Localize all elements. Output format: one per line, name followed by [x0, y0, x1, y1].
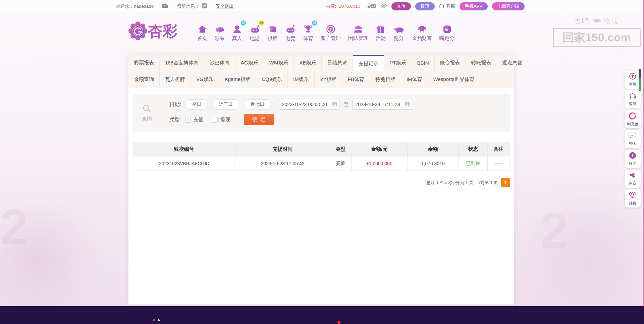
- tab-yy[interactable]: YY棋牌: [315, 71, 342, 88]
- nav-label: 账户管理: [321, 35, 341, 42]
- withdraw-checkbox-label[interactable]: 提现: [220, 117, 230, 123]
- main-nav: 首页 彩票 N 真人 H 电游: [194, 21, 458, 42]
- content-card: 彩票报表 188金宝博体育 沙巴体育 AG娱乐 WM娱乐 AE娱乐 日结总览 充…: [128, 55, 514, 305]
- records-table: 账变编号 充提时间 类型 金额/元 余额 状态 备注 20231023VBBJA…: [133, 142, 510, 171]
- confirm-button[interactable]: 确 定: [244, 114, 274, 125]
- recharge-button[interactable]: 充值: [391, 2, 411, 10]
- sidebar-label: IM充值: [627, 122, 638, 127]
- nav-item-live[interactable]: N 真人: [228, 21, 246, 42]
- today-pill[interactable]: 今日: [185, 99, 208, 109]
- customer-service[interactable]: 客服: [439, 3, 455, 9]
- sidebar-item-chat[interactable]: 聊天: [625, 130, 641, 148]
- nav-item-lottery[interactable]: 彩票: [211, 21, 228, 42]
- tab-wesports[interactable]: Wesports世界体育: [428, 71, 480, 88]
- tab-fandian[interactable]: 返点总额: [497, 55, 528, 71]
- date-to-input[interactable]: [353, 99, 413, 110]
- recharge-checkbox-label[interactable]: 充值: [193, 117, 203, 123]
- nav-item-activity[interactable]: 活动: [372, 21, 389, 42]
- tab-bbin[interactable]: BBIN: [412, 55, 435, 71]
- tab-ag[interactable]: AG娱乐: [235, 55, 264, 71]
- date-to-value[interactable]: [355, 102, 405, 107]
- butterfly-icon: [592, 17, 601, 25]
- last7days-pill[interactable]: 近七日: [244, 99, 271, 109]
- tab-im-tiyu[interactable]: IM体育: [401, 71, 428, 88]
- mobile-app-button[interactable]: 手机APP: [460, 2, 488, 10]
- withdraw-button[interactable]: 提现: [415, 2, 435, 10]
- back-to-top-icon: [629, 73, 636, 81]
- sidebar-item-top[interactable]: 首页: [625, 71, 641, 89]
- nav-label: 彩票: [215, 35, 225, 42]
- nav-item-hipaofen[interactable]: hi 嗨跑分: [436, 21, 458, 42]
- tab-pt[interactable]: PT娱乐: [384, 55, 412, 71]
- withdraw-checkbox[interactable]: [212, 117, 218, 123]
- sidebar-item-guaji[interactable]: 挂机: [625, 189, 641, 207]
- nav-label: 活动: [376, 35, 386, 42]
- tab-zhuanzhang[interactable]: 转账报表: [466, 55, 497, 71]
- tab-zhangbian[interactable]: 账变报表: [435, 55, 466, 71]
- sidebar-item-im-recharge[interactable]: IM充值: [625, 110, 641, 128]
- tab-wm[interactable]: WM娱乐: [264, 55, 294, 71]
- cell-type: 充值: [330, 156, 352, 171]
- table-row: 20231023VBBJAFCGID 2023-10-23 17:05:42 充…: [133, 156, 509, 171]
- nav-item-jinding[interactable]: 金鼎财富: [408, 21, 436, 42]
- nav-label: 团队管理: [348, 35, 368, 42]
- svg-text:hi: hi: [444, 27, 448, 32]
- logout-link[interactable]: 安全退出: [216, 3, 234, 9]
- scrollbar-track[interactable]: [639, 69, 641, 91]
- nav-item-account[interactable]: ¥ 账户管理: [317, 21, 344, 42]
- nav-item-team[interactable]: 团队管理: [344, 21, 372, 42]
- page-1-button[interactable]: 1: [501, 178, 510, 187]
- nav-item-sports[interactable]: N 体育: [300, 21, 317, 42]
- tab-tetu[interactable]: 特兔棋牌: [370, 71, 401, 88]
- refresh-link[interactable]: 刷新: [367, 3, 376, 9]
- pc-client-button[interactable]: 电脑客户端: [492, 2, 525, 10]
- nav-label: 金鼎财富: [412, 35, 432, 42]
- tab-chongti-jilu-active[interactable]: 充提记录: [353, 55, 384, 71]
- site-logo[interactable]: 杏彩: [128, 21, 190, 42]
- date-from-value[interactable]: [282, 102, 331, 107]
- reserved-label: 预留信息：: [177, 3, 200, 9]
- tab-rijie[interactable]: 日结总览: [322, 55, 353, 71]
- headset-icon: [629, 93, 636, 101]
- tab-ae[interactable]: AE娱乐: [294, 55, 322, 71]
- coin-icon: ¥: [326, 21, 336, 34]
- decor-number: 2: [0, 198, 28, 256]
- tab-yue-chaxun[interactable]: 余额查询: [128, 71, 160, 88]
- nav-label: 跑分: [394, 35, 404, 42]
- nav-item-boardgames[interactable]: 棋牌: [264, 21, 281, 42]
- hot-badge: H: [259, 20, 264, 26]
- sidebar-item-sound[interactable]: 声音: [625, 170, 641, 188]
- sidebar-label: 客服: [629, 101, 636, 106]
- nav-item-esports[interactable]: 电竞: [281, 21, 300, 42]
- tab-caipiao-baobiao[interactable]: 彩票报表: [128, 55, 160, 71]
- topbar-right: 余额: 1076.8010 刷新 充值 提现 客服 手机APP 电脑客户端: [326, 0, 525, 12]
- recharge-checkbox[interactable]: ✓: [185, 117, 191, 123]
- last3days-pill[interactable]: 近三日: [212, 99, 239, 109]
- scrollbar-thumb[interactable]: [639, 78, 641, 91]
- cell-id: 20231023VBBJAFCGID: [133, 156, 235, 171]
- edit-icon[interactable]: [202, 3, 207, 9]
- tab-shaba-sports[interactable]: 沙巴体育: [204, 55, 235, 71]
- tab-188-sports[interactable]: 188金宝博体育: [160, 55, 204, 71]
- nav-item-paofen[interactable]: 跑分: [389, 21, 408, 42]
- rhino-icon: [393, 21, 405, 34]
- service-label: 客服: [446, 3, 455, 9]
- reserved-info: 预留信息：: [177, 3, 207, 9]
- logo-emblem-icon: [128, 21, 147, 42]
- im-recharge-icon: [629, 112, 636, 121]
- hi-icon: hi: [442, 21, 452, 34]
- sidebar-label: 疑问: [629, 161, 636, 166]
- tab-fb[interactable]: FB体育: [342, 71, 370, 88]
- date-from-input[interactable]: [279, 99, 339, 110]
- sidebar-item-service[interactable]: 客服: [625, 90, 641, 108]
- eye-off-icon[interactable]: [381, 3, 387, 9]
- tab-im-yule[interactable]: IM娱乐: [288, 71, 315, 88]
- tab-wali[interactable]: 瓦力棋牌: [160, 71, 191, 88]
- mail-icon[interactable]: [162, 4, 168, 9]
- nav-item-egames[interactable]: H 电游: [246, 21, 264, 42]
- tab-kgame[interactable]: Kgame棋牌: [219, 71, 257, 88]
- nav-item-home[interactable]: 首页: [194, 21, 211, 42]
- tab-vg[interactable]: VG娱乐: [191, 71, 219, 88]
- tab-cq9[interactable]: CQ9娱乐: [256, 71, 288, 88]
- sidebar-item-question[interactable]: ! 疑问: [625, 150, 641, 168]
